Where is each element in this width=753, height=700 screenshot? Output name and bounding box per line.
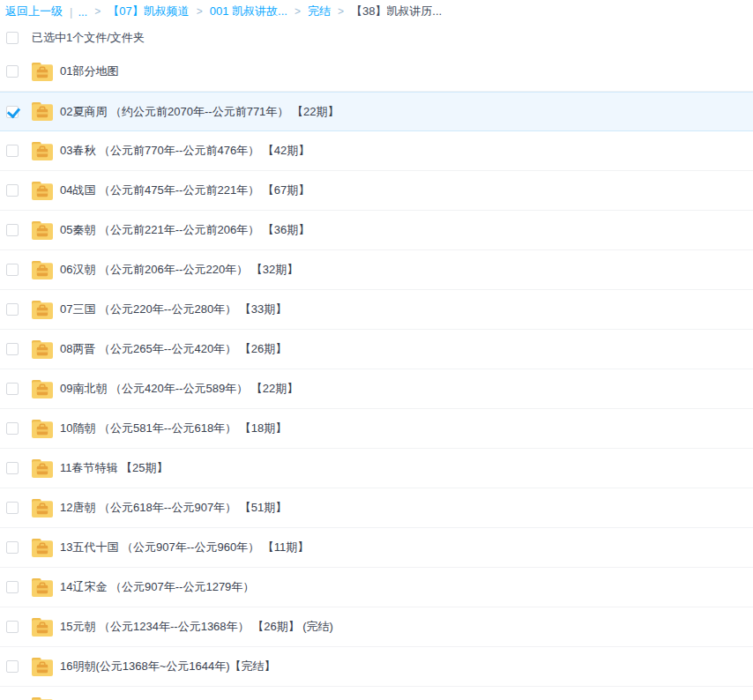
select-all-checkbox[interactable] — [6, 32, 19, 44]
row-checkbox[interactable] — [6, 422, 19, 435]
file-row[interactable]: 14辽宋金 （公元907年--公元1279年） — [0, 568, 753, 607]
row-checkbox[interactable] — [6, 224, 19, 236]
breadcrumb-items: ...>【07】凯叔频道>001 凯叔讲故...>完结>【38】凯叔讲历... — [76, 4, 442, 19]
chevron-right-icon: > — [94, 5, 101, 18]
file-name-link[interactable]: 13五代十国 （公元907年--公元960年） 【11期】 — [60, 540, 309, 555]
folder-icon — [32, 499, 53, 518]
file-row[interactable]: 15元朝 （公元1234年--公元1368年） 【26期】 (完结) — [0, 607, 753, 647]
row-checkbox[interactable] — [6, 581, 19, 593]
row-checkbox[interactable] — [6, 383, 19, 395]
folder-icon — [32, 420, 53, 438]
row-checkbox[interactable] — [6, 343, 19, 355]
chevron-right-icon: > — [338, 5, 344, 18]
file-row[interactable]: 02夏商周 （约公元前2070年--公元前771年） 【22期】 — [0, 92, 753, 131]
file-row[interactable]: 07三国 （公元220年--公元280年） 【33期】 — [0, 290, 753, 330]
file-name-link[interactable]: 11春节特辑 【25期】 — [60, 460, 168, 476]
file-name-link[interactable]: 14辽宋金 （公元907年--公元1279年） — [60, 579, 254, 595]
row-checkbox[interactable] — [6, 621, 19, 633]
breadcrumb-item[interactable]: ... — [78, 5, 87, 19]
folder-icon — [32, 182, 53, 200]
folder-icon — [32, 578, 53, 597]
file-row[interactable]: 09南北朝 （公元420年--公元589年） 【22期】 — [0, 369, 753, 409]
row-checkbox[interactable] — [6, 660, 19, 673]
file-name-link[interactable]: 07三国 （公元220年--公元280年） 【33期】 — [60, 302, 287, 317]
file-row[interactable]: 03春秋 （公元前770年--公元前476年） 【42期】 — [0, 131, 753, 171]
folder-icon — [32, 658, 53, 676]
file-row[interactable] — [0, 687, 753, 700]
row-checkbox[interactable] — [6, 541, 19, 554]
file-row[interactable]: 05秦朝 （公元前221年--公元前206年） 【36期】 — [0, 211, 753, 250]
row-checkbox[interactable] — [6, 106, 19, 118]
file-name-link[interactable]: 15元朝 （公元1234年--公元1368年） 【26期】 (完结) — [60, 619, 333, 635]
file-row[interactable]: 13五代十国 （公元907年--公元960年） 【11期】 — [0, 528, 753, 568]
file-row[interactable]: 06汉朝 （公元前206年--公元220年） 【32期】 — [0, 250, 753, 290]
file-name-link[interactable]: 02夏商周 （约公元前2070年--公元前771年） 【22期】 — [60, 104, 339, 120]
row-checkbox[interactable] — [6, 502, 19, 514]
file-name-link[interactable]: 12唐朝 （公元618年--公元907年） 【51期】 — [60, 500, 287, 516]
file-row[interactable]: 16明朝(公元1368年~公元1644年)【完结】 — [0, 647, 753, 687]
breadcrumb: 返回上一级 | ...>【07】凯叔频道>001 凯叔讲故...>完结>【38】… — [0, 0, 753, 23]
folder-icon — [32, 697, 53, 700]
file-name-link[interactable]: 10隋朝 （公元581年--公元618年） 【18期】 — [60, 421, 287, 436]
file-name-link[interactable]: 01部分地图 — [60, 63, 118, 79]
breadcrumb-item[interactable]: 【07】凯叔频道 — [108, 4, 189, 19]
file-name-link[interactable]: 03春秋 （公元前770年--公元前476年） 【42期】 — [60, 143, 309, 159]
row-checkbox[interactable] — [6, 145, 19, 157]
file-row[interactable]: 10隋朝 （公元581年--公元618年） 【18期】 — [0, 409, 753, 449]
folder-icon — [32, 618, 53, 637]
file-name-link[interactable]: 04战国 （公元前475年--公元前221年） 【67期】 — [60, 182, 309, 198]
row-checkbox[interactable] — [6, 264, 19, 276]
file-name-link[interactable]: 09南北朝 （公元420年--公元589年） 【22期】 — [60, 381, 298, 397]
folder-icon — [32, 380, 53, 398]
row-checkbox[interactable] — [6, 303, 19, 316]
file-row[interactable]: 01部分地图 — [0, 52, 753, 92]
file-list: 01部分地图 02夏商周 （约公元前2070年--公元前771年） 【22期】 — [0, 52, 753, 700]
file-name-link[interactable]: 05秦朝 （公元前221年--公元前206年） 【36期】 — [60, 222, 309, 238]
breadcrumb-pipe: | — [70, 5, 72, 19]
folder-icon — [32, 340, 53, 359]
file-name-link[interactable]: 06汉朝 （公元前206年--公元220年） 【32期】 — [60, 262, 298, 278]
folder-icon — [32, 301, 53, 319]
selection-count-label: 已选中1个文件/文件夹 — [32, 30, 145, 46]
file-row[interactable]: 08两晋 （公元265年--公元420年） 【26期】 — [0, 330, 753, 369]
folder-icon — [32, 102, 53, 121]
folder-icon — [32, 261, 53, 279]
folder-icon — [32, 459, 53, 478]
chevron-right-icon: > — [197, 5, 203, 18]
folder-icon — [32, 63, 53, 81]
breadcrumb-item[interactable]: 001 凯叔讲故... — [210, 4, 287, 19]
breadcrumb-current: 【38】凯叔讲历... — [351, 4, 442, 19]
folder-icon — [32, 539, 53, 557]
file-row[interactable]: 12唐朝 （公元618年--公元907年） 【51期】 — [0, 488, 753, 528]
row-checkbox[interactable] — [6, 65, 19, 78]
selection-bar: 已选中1个文件/文件夹 — [0, 23, 753, 52]
breadcrumb-back-link[interactable]: 返回上一级 — [5, 4, 63, 19]
file-row[interactable]: 11春节特辑 【25期】 — [0, 449, 753, 488]
file-name-link[interactable]: 08两晋 （公元265年--公元420年） 【26期】 — [60, 341, 287, 357]
chevron-right-icon: > — [294, 5, 301, 18]
breadcrumb-item[interactable]: 完结 — [308, 4, 331, 19]
file-row[interactable]: 04战国 （公元前475年--公元前221年） 【67期】 — [0, 171, 753, 211]
folder-icon — [32, 142, 53, 160]
folder-icon — [32, 221, 53, 240]
row-checkbox[interactable] — [6, 462, 19, 474]
row-checkbox[interactable] — [6, 184, 19, 197]
file-name-link[interactable]: 16明朝(公元1368年~公元1644年)【完结】 — [60, 659, 276, 674]
